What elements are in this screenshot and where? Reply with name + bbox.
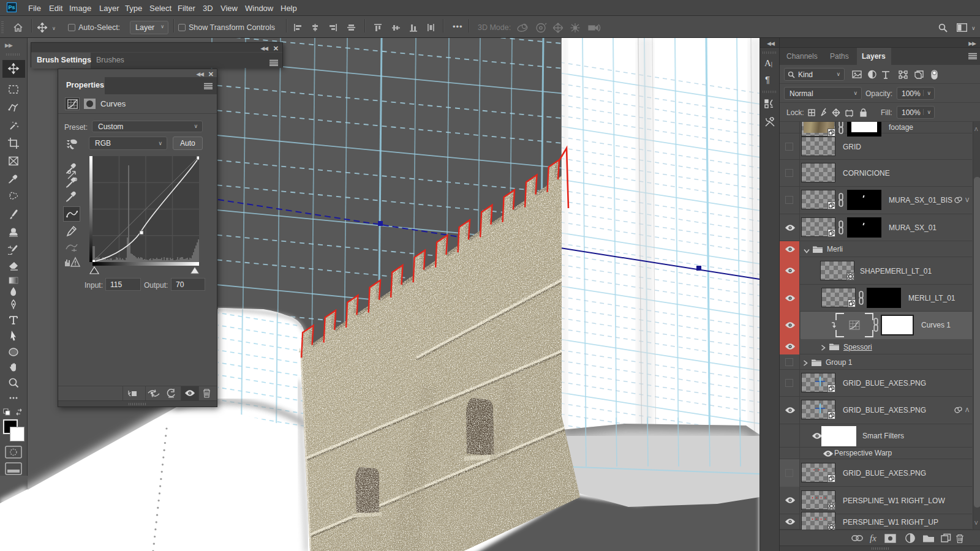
svg-text:fx: fx (870, 533, 876, 543)
